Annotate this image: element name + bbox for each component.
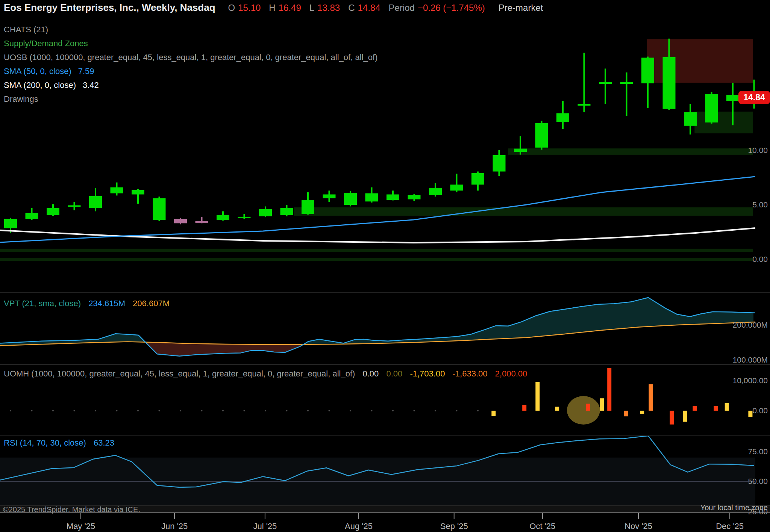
uomh-highlight-circle (567, 396, 600, 425)
uomh-bar (670, 411, 674, 425)
uomh-bar (555, 407, 559, 411)
uomh-bar (624, 411, 628, 416)
uomh-zero-dot (74, 410, 75, 411)
indicator-sma50[interactable]: SMA (50, 0, close)7.59 (4, 64, 377, 78)
candle (153, 196, 166, 221)
uomh-bar (640, 411, 644, 414)
candle (89, 188, 102, 211)
candle (705, 92, 718, 124)
high-label: H (269, 3, 275, 13)
open-value: 15.10 (238, 3, 261, 13)
uomh-value-4: -1,633.00 (453, 369, 488, 378)
uomh-bar (725, 403, 729, 411)
month-label[interactable]: Nov '25 (624, 521, 652, 531)
uomh-zero-dot (222, 410, 224, 411)
axis-label[interactable]: 10.00 (748, 146, 768, 154)
rsi-legend[interactable]: RSI (14, 70, 30, close) 63.23 (4, 438, 120, 448)
sma50-value: 7.59 (78, 66, 94, 76)
session-status: Pre-market (499, 3, 543, 13)
uomh-zero-dot (95, 410, 96, 411)
vpt-sma-value: 206.607M (133, 299, 170, 308)
month-label[interactable]: Sep '25 (440, 521, 468, 531)
uomh-zero-dot (180, 410, 181, 411)
last-price-badge: 14.84 (738, 91, 770, 104)
uomh-bar (693, 406, 697, 411)
candle (471, 172, 484, 191)
axis-label[interactable]: 200.000M (733, 320, 768, 329)
trendspider-chart-window: May '25Jun '25Jul '25Aug '25Sep '25Oct '… (0, 0, 770, 532)
symbol-title[interactable]: Eos Energy Enterprises, Inc., Weekly, Na… (4, 2, 215, 14)
close-value: 14.84 (358, 3, 380, 13)
uomh-bar (714, 406, 718, 411)
rsi-value: 63.23 (94, 438, 114, 447)
candle (47, 204, 59, 216)
indicator-legend: CHATS (21) Supply/Demand Zones UOSB (100… (4, 23, 377, 106)
uomh-zero-dot (371, 410, 373, 411)
close-label: C (348, 3, 355, 13)
uomh-bar (535, 382, 540, 411)
candle (217, 211, 229, 221)
candle (620, 73, 633, 116)
indicator-drawings[interactable]: Drawings (4, 92, 377, 106)
uomh-bar (586, 404, 590, 411)
axis-label[interactable]: 100.000M (733, 355, 768, 364)
vpt-legend[interactable]: VPT (21, sma, close) 234.615M 206.607M (4, 299, 175, 308)
indicator-uosb[interactable]: UOSB (1000, 100000, greater_equal, 45, l… (4, 50, 377, 64)
uomh-zero-dot (392, 410, 394, 411)
uomh-zero-dot (201, 410, 203, 411)
month-label[interactable]: Jul '25 (253, 521, 277, 531)
uomh-zero-dot (456, 410, 458, 411)
uomh-zero-dot (350, 410, 351, 411)
axis-label[interactable]: 5.00 (752, 200, 768, 209)
uomh-zero-dot (137, 410, 139, 411)
uomh-zero-dot (414, 410, 415, 411)
candle (238, 214, 251, 219)
vpt-label: VPT (21, sma, close) (4, 299, 81, 308)
axis-label[interactable]: 75.00 (748, 447, 768, 456)
demand-zone (0, 258, 753, 261)
sma200-value: 3.42 (83, 80, 99, 90)
axis-label[interactable]: 50.00 (748, 477, 768, 485)
candle (514, 136, 527, 154)
candle (387, 190, 399, 200)
uomh-value-2: 0.00 (386, 369, 402, 378)
month-label[interactable]: Jun '25 (161, 521, 188, 531)
candle (174, 218, 187, 224)
candle (323, 190, 336, 202)
sma200-line (0, 228, 755, 243)
uomh-bar (649, 384, 653, 411)
uomh-legend[interactable]: UOMH (1000, 100000, greater_equal, 45, l… (4, 369, 532, 379)
timezone-label[interactable]: Your local time zone (700, 503, 768, 512)
low-label: L (309, 3, 314, 13)
candle (429, 183, 442, 196)
period-label: Period (389, 3, 415, 13)
candle (365, 187, 378, 203)
month-label[interactable]: Aug '25 (345, 521, 373, 531)
axis-label[interactable]: 0.00 (752, 255, 768, 263)
uomh-zero-dot (329, 410, 330, 411)
candle (578, 53, 591, 112)
axis-label[interactable]: 0.00 (752, 406, 768, 415)
uomh-bar (748, 411, 752, 417)
month-label[interactable]: Oct '25 (529, 521, 555, 531)
candle (196, 217, 208, 223)
uomh-bar (522, 405, 526, 411)
candle (68, 202, 81, 210)
uomh-zero-dot (159, 410, 160, 411)
indicator-chats[interactable]: CHATS (21) (4, 23, 377, 36)
month-label[interactable]: Dec '25 (716, 521, 744, 531)
high-value: 16.49 (279, 3, 301, 13)
low-value: 13.83 (317, 3, 340, 13)
indicator-supply-demand-zones[interactable]: Supply/Demand Zones (4, 36, 377, 50)
candle (26, 208, 38, 220)
uomh-value-5: 2,000.00 (495, 369, 527, 378)
uomh-zero-dot (52, 410, 54, 411)
month-label[interactable]: May '25 (67, 521, 95, 531)
chart-header: Eos Energy Enterprises, Inc., Weekly, Na… (4, 2, 766, 14)
indicator-sma200[interactable]: SMA (200, 0, close)3.42 (4, 78, 377, 92)
axis-label[interactable]: 10,000.00 (733, 376, 768, 385)
demand-zone (508, 148, 753, 155)
uomh-zero-dot (244, 410, 245, 411)
candle (599, 69, 612, 104)
demand-zone (0, 249, 753, 252)
